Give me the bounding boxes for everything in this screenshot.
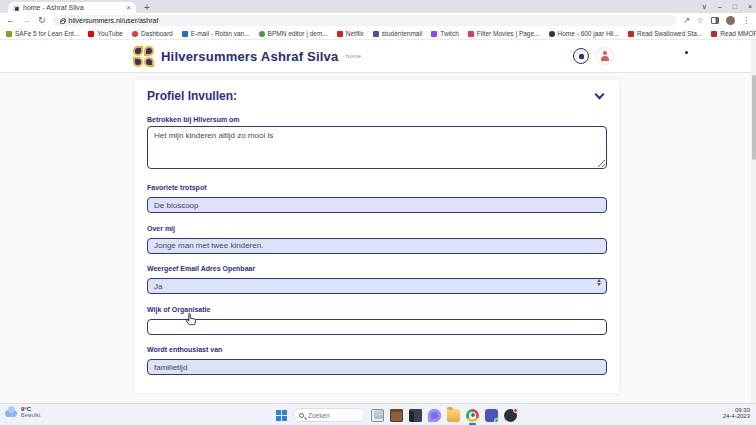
field-label: Weergeef Email Adres Openbaar bbox=[147, 265, 607, 272]
bookmark-favicon-icon bbox=[711, 31, 717, 37]
bookmark-favicon-icon bbox=[182, 31, 188, 37]
search-icon bbox=[299, 413, 304, 418]
weather-condition: Bewolkt bbox=[21, 412, 40, 418]
bookmarks-bar: SAFe 5 for Lean Ent... YouTube Dashboard… bbox=[0, 28, 756, 40]
scrollbar-thumb[interactable] bbox=[752, 75, 756, 160]
bookmark-item[interactable]: Read Swallowed Sta... bbox=[628, 30, 702, 37]
notification-red-dot bbox=[513, 408, 518, 413]
url-text: hilversummers.nl/user/ashraf bbox=[69, 17, 159, 24]
taskbar-clock[interactable]: 09:30 24-4-2023 bbox=[723, 407, 750, 419]
browser-toolbar: ← → ↻ hilversummers.nl/user/ashraf ↗ ☆ ⋮ bbox=[0, 13, 756, 28]
bookmark-favicon-icon bbox=[628, 31, 634, 37]
cloud-icon bbox=[5, 410, 17, 417]
side-panel-icon[interactable] bbox=[711, 17, 719, 24]
bookmark-item[interactable]: studentenmail bbox=[373, 30, 422, 37]
file-explorer-icon[interactable] bbox=[447, 409, 460, 422]
field-label: Favoriete trotspot bbox=[147, 184, 607, 191]
field-label: Over mij bbox=[147, 225, 607, 232]
forward-icon: → bbox=[22, 16, 31, 25]
field-email-openbaar: Weergeef Email Adres Openbaar Ja bbox=[147, 265, 607, 294]
field-over-mij: Over mij bbox=[147, 225, 607, 254]
bookmark-favicon-icon bbox=[6, 31, 12, 37]
hilversummers-logo-icon bbox=[133, 46, 154, 67]
mouse-cursor-icon bbox=[186, 313, 197, 326]
reload-icon[interactable]: ↻ bbox=[38, 16, 46, 25]
task-view-icon[interactable] bbox=[371, 409, 384, 422]
bookmark-favicon-icon bbox=[88, 31, 94, 37]
tab-favicon-icon bbox=[13, 5, 19, 11]
bookmark-item[interactable]: Home - 600 jaar Hil... bbox=[549, 30, 619, 37]
bookmark-item[interactable]: SAFe 5 for Lean Ent... bbox=[6, 30, 79, 37]
bookmark-star-icon[interactable]: ☆ bbox=[697, 17, 704, 25]
field-trotspot: Favoriete trotspot bbox=[147, 184, 607, 213]
profile-avatar[interactable] bbox=[726, 16, 735, 25]
taskbar-search[interactable]: Zoeken bbox=[293, 408, 365, 422]
status-green-dot bbox=[494, 418, 499, 423]
share-icon[interactable]: ↗ bbox=[683, 17, 690, 25]
bookmark-favicon-icon bbox=[468, 31, 474, 37]
web-page: Hilversummers Ashraf Silva - home Profie… bbox=[0, 40, 756, 403]
minimize-icon[interactable]: – bbox=[718, 3, 722, 10]
weather-widget[interactable]: 9°C Bewolkt bbox=[5, 406, 40, 418]
site-brand-title: Hilversummers Ashraf Silva bbox=[161, 49, 338, 64]
profile-person-icon[interactable] bbox=[597, 48, 613, 64]
over-mij-input[interactable] bbox=[147, 238, 607, 254]
maximize-icon[interactable]: □ bbox=[733, 3, 737, 10]
field-enthousiast: Wordt enthousiast van bbox=[147, 346, 607, 375]
address-bar[interactable]: hilversummers.nl/user/ashraf bbox=[53, 15, 677, 26]
chevron-down-icon[interactable] bbox=[595, 90, 605, 100]
dark-window-app-icon[interactable] bbox=[409, 409, 422, 422]
bookmark-favicon-icon bbox=[132, 31, 138, 37]
teams-app-icon[interactable] bbox=[485, 409, 498, 422]
tab-title: home - Ashraf Silva bbox=[23, 4, 122, 11]
start-button-icon[interactable] bbox=[276, 410, 287, 421]
bookmark-item[interactable]: Filter Movies | Page... bbox=[468, 30, 540, 37]
bookmark-item[interactable]: Dashboard bbox=[132, 30, 173, 37]
trotspot-input[interactable] bbox=[147, 197, 607, 213]
field-label: Wordt enthousiast van bbox=[147, 346, 607, 353]
bookmark-item[interactable]: BPMN editor | dem... bbox=[259, 30, 328, 37]
bookmark-favicon-icon bbox=[549, 31, 555, 37]
bookmark-favicon-icon bbox=[337, 31, 343, 37]
field-label: Betrokken bij Hilversum om bbox=[147, 116, 607, 123]
bookmark-item[interactable]: Netflix bbox=[337, 30, 364, 37]
betrokken-textarea[interactable]: Het mijn kinderen altijd zo mooi is bbox=[147, 126, 607, 169]
browser-tab[interactable]: home - Ashraf Silva × bbox=[8, 2, 136, 13]
new-tab-button[interactable]: + bbox=[144, 2, 150, 13]
search-placeholder: Zoeken bbox=[308, 412, 330, 419]
lock-icon bbox=[60, 20, 65, 24]
page-scrollbar[interactable] bbox=[751, 40, 756, 403]
browser-menu-icon[interactable]: ⋮ bbox=[742, 17, 750, 25]
clock-date: 24-4-2023 bbox=[723, 413, 750, 419]
stray-dot bbox=[685, 51, 688, 54]
chat-app-icon[interactable] bbox=[428, 409, 441, 422]
bookmark-favicon-icon bbox=[373, 31, 379, 37]
site-brand-suffix: - home bbox=[342, 53, 361, 59]
bookmark-favicon-icon bbox=[259, 31, 265, 37]
form-title: Profiel Invullen: bbox=[147, 89, 237, 103]
browser-tab-strip: home - Ashraf Silva × + ∨ – □ × bbox=[0, 0, 756, 13]
email-openbaar-select[interactable]: Ja bbox=[147, 278, 607, 294]
bookmark-item[interactable]: Read MMORPG: Re... bbox=[711, 30, 756, 37]
select-spinner-icon bbox=[597, 279, 601, 286]
back-icon[interactable]: ← bbox=[6, 16, 15, 25]
window-dropdown-icon[interactable]: ∨ bbox=[702, 3, 707, 10]
bookmark-favicon-icon bbox=[431, 31, 437, 37]
tab-close-icon[interactable]: × bbox=[126, 4, 131, 12]
field-label: Wijk of Organisatie bbox=[147, 306, 607, 313]
active-app-indicator bbox=[469, 423, 476, 425]
bookmark-item[interactable]: YouTube bbox=[88, 30, 123, 37]
chrome-icon[interactable] bbox=[466, 409, 479, 422]
bookmark-item[interactable]: Twitch bbox=[431, 30, 458, 37]
enthousiast-input[interactable] bbox=[147, 359, 607, 375]
windows-taskbar: 9°C Bewolkt Zoeken 09:30 24-4-2023 bbox=[0, 403, 756, 425]
field-betrokken: Betrokken bij Hilversum om Het mijn kind… bbox=[147, 116, 607, 173]
site-header: Hilversummers Ashraf Silva - home bbox=[0, 40, 756, 73]
wijk-input[interactable] bbox=[147, 319, 607, 335]
close-icon[interactable]: × bbox=[748, 3, 752, 10]
field-wijk: Wijk of Organisatie bbox=[147, 306, 607, 335]
notification-app-icon[interactable] bbox=[504, 409, 517, 422]
briefcase-app-icon[interactable] bbox=[390, 409, 403, 422]
bookmark-item[interactable]: E-mail - Robin van... bbox=[182, 30, 250, 37]
header-circle-button[interactable] bbox=[573, 48, 589, 64]
